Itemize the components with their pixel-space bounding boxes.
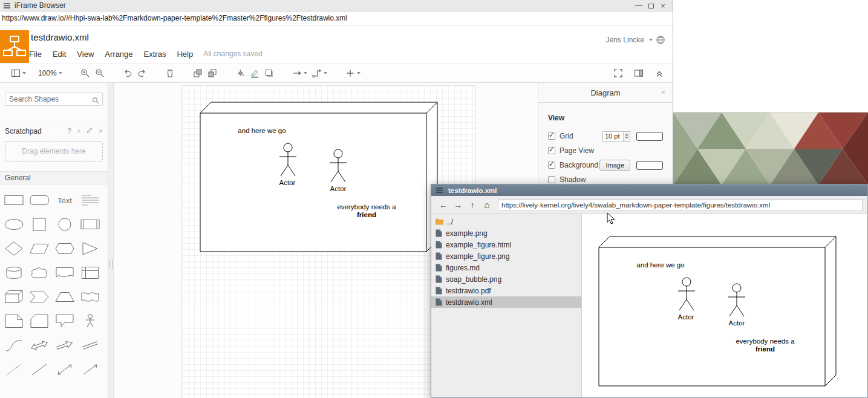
diagram-shapes[interactable]: [194, 98, 448, 258]
format-panel-close-icon[interactable]: ×: [661, 88, 665, 97]
nav-back-button[interactable]: ←: [436, 198, 451, 212]
shape-ellipse[interactable]: [1, 212, 27, 237]
page-view-checkbox[interactable]: [548, 147, 555, 154]
iframe-browser-titlebar[interactable]: iFrame Browser — ×: [0, 0, 673, 11]
menu-extras[interactable]: Extras: [139, 50, 172, 59]
line-color-button[interactable]: [247, 65, 262, 81]
delete-button[interactable]: [163, 65, 177, 81]
shape-directional-connector[interactable]: [77, 357, 103, 382]
shape-card[interactable]: [27, 309, 52, 333]
shape-link[interactable]: [77, 333, 103, 357]
grid-checkbox[interactable]: [548, 132, 555, 140]
file-item-testdrawio.xml[interactable]: testdrawio.xml: [431, 296, 581, 308]
background-color-swatch[interactable]: [636, 161, 663, 170]
shape-square[interactable]: [27, 212, 52, 237]
grid-size-input[interactable]: 10 pt: [602, 131, 630, 142]
scratchpad-help-icon[interactable]: ?: [67, 127, 71, 135]
to-back-button[interactable]: [205, 65, 220, 81]
shape-cube[interactable]: [1, 285, 27, 309]
shape-hexagon[interactable]: [52, 237, 77, 261]
menu-file[interactable]: File: [24, 50, 47, 59]
collapse-toolbar-button[interactable]: [652, 65, 667, 81]
shape-textbox[interactable]: [77, 188, 103, 212]
redo-button[interactable]: [135, 65, 149, 81]
shape-tape[interactable]: [77, 285, 103, 309]
note-label-line2[interactable]: friend: [324, 211, 409, 219]
file-item-example.png[interactable]: example.png: [431, 227, 581, 239]
shape-callout[interactable]: [52, 309, 77, 333]
scratchpad-dropzone[interactable]: Drag elements here: [5, 141, 103, 161]
file-item-example-figure.png[interactable]: example_figure.png: [431, 250, 581, 262]
file-item-testdrawio.pdf[interactable]: testdrawio.pdf: [431, 285, 581, 296]
zoom-in-button[interactable]: [78, 65, 93, 81]
scratchpad-edit-icon[interactable]: [86, 127, 93, 135]
insert-button[interactable]: [343, 65, 363, 81]
file-item-..-[interactable]: ../: [431, 216, 581, 227]
shape-note[interactable]: [1, 309, 27, 333]
shape-rounded-rectangle[interactable]: [27, 188, 52, 212]
zoom-out-button[interactable]: [93, 65, 107, 81]
minimize-button[interactable]: —: [633, 1, 645, 10]
file-item-figures.md[interactable]: figures.md: [431, 262, 581, 273]
undo-button[interactable]: [120, 65, 135, 81]
shape-text[interactable]: Text: [52, 188, 77, 212]
connection-button[interactable]: [290, 65, 310, 81]
tab-diagram[interactable]: Diagram: [590, 88, 620, 97]
shape-cylinder[interactable]: [1, 261, 27, 285]
shape-parallelogram[interactable]: [27, 237, 52, 261]
diagram-caption[interactable]: and here we go: [220, 127, 304, 135]
language-globe-icon[interactable]: [656, 35, 665, 45]
shape-circle[interactable]: [52, 212, 77, 237]
menu-view[interactable]: View: [71, 50, 99, 59]
nav-forward-button[interactable]: →: [451, 198, 465, 212]
spinner-buttons[interactable]: [623, 132, 630, 141]
diagram-drawing[interactable]: and here we go Actor Actor everybody nee…: [194, 98, 448, 258]
shape-triangle[interactable]: [77, 237, 103, 261]
shape-trapezoid[interactable]: [52, 285, 77, 309]
shape-step[interactable]: [27, 285, 52, 309]
search-icon[interactable]: [92, 96, 99, 106]
grid-color-swatch[interactable]: [636, 132, 663, 141]
shape-actor[interactable]: [77, 309, 103, 333]
shape-document[interactable]: [52, 261, 77, 285]
shape-cloud[interactable]: [27, 261, 52, 285]
shape-diamond[interactable]: [1, 237, 27, 261]
browser-url-bar[interactable]: https://www.draw.io/#Hhpi-swa-lab%2Fmark…: [0, 11, 673, 25]
file-browser-titlebar[interactable]: testdrawio.xml: [431, 184, 867, 196]
background-image-button[interactable]: Image: [599, 160, 630, 171]
scratchpad-add-icon[interactable]: +: [77, 127, 81, 135]
nav-up-button[interactable]: ↑: [465, 198, 480, 212]
maximize-button[interactable]: [645, 1, 657, 10]
nav-home-button[interactable]: ⌂: [480, 198, 494, 212]
hamburger-icon[interactable]: [4, 3, 10, 8]
shape-dashed-line[interactable]: [1, 357, 27, 382]
file-item-example-figure.html[interactable]: example_figure.html: [431, 239, 581, 250]
search-shapes-input[interactable]: [5, 93, 103, 106]
section-general[interactable]: General: [0, 171, 108, 184]
scratchpad-close-icon[interactable]: ×: [99, 127, 103, 135]
menu-arrange[interactable]: Arrange: [99, 50, 138, 59]
file-item-soap-bubble.png[interactable]: soap_bubble.png: [431, 273, 581, 285]
cube-shape[interactable]: [200, 102, 437, 252]
to-front-button[interactable]: [191, 65, 205, 81]
shape-process[interactable]: [77, 212, 103, 237]
user-menu[interactable]: Jens Lincke: [606, 35, 665, 45]
shape-curve[interactable]: [1, 333, 27, 357]
fullscreen-button[interactable]: [611, 65, 625, 81]
shape-bidirectional-connector[interactable]: [52, 357, 77, 382]
shape-arrow[interactable]: [52, 333, 77, 357]
sidebar-resize-handle[interactable]: [108, 83, 114, 398]
shape-bidirectional-arrow[interactable]: [27, 333, 52, 357]
zoom-select[interactable]: 100%: [36, 65, 65, 81]
waypoints-button[interactable]: [310, 65, 330, 81]
actor1-label[interactable]: Actor: [263, 179, 312, 187]
fill-color-button[interactable]: [233, 65, 247, 81]
page-view-button[interactable]: [8, 65, 28, 81]
shadow-checkbox[interactable]: [548, 176, 555, 183]
shape-internal-storage[interactable]: [77, 261, 103, 285]
shape-rectangle[interactable]: [1, 188, 27, 212]
background-checkbox[interactable]: [548, 161, 555, 169]
shadow-button[interactable]: [262, 65, 276, 81]
menu-edit[interactable]: Edit: [47, 50, 71, 59]
file-browser-url-input[interactable]: https://lively-kernel.org/lively4/swalab…: [498, 199, 863, 211]
